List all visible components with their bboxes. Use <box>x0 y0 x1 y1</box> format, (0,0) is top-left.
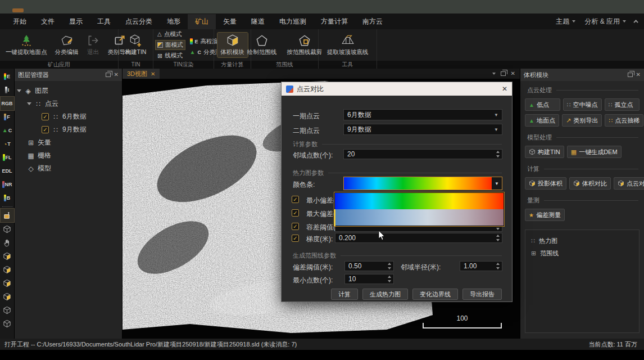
point-mode-button[interactable]: △点模式 <box>156 30 185 39</box>
spin-buttons[interactable] <box>386 276 392 282</box>
float-view-icon[interactable] <box>501 71 506 76</box>
max-deviation-checkbox[interactable]: ✓ <box>292 209 299 217</box>
colormap-option-muted[interactable] <box>335 209 504 226</box>
feature-render-tool[interactable]: F <box>1 110 14 124</box>
menu-item-pc-classify[interactable]: 点云分类 <box>118 14 160 29</box>
air-noise-button[interactable]: ∷空中噪点 <box>563 98 602 111</box>
extract-slope-button[interactable]: 提取坡顶坡底线 <box>324 33 372 57</box>
cube-select-tool[interactable] <box>1 222 14 236</box>
collapse-ribbon-icon[interactable] <box>633 20 638 24</box>
tree-node-vector[interactable]: ⊞ 矢量 <box>17 136 120 149</box>
isolated-point-button[interactable]: ∷孤立点 <box>605 98 640 111</box>
gradient-input[interactable]: 0.200 <box>335 233 502 243</box>
menu-item-terrain[interactable]: 地形 <box>160 14 188 29</box>
list-item-heatmap[interactable]: ∷热力图 <box>531 235 633 247</box>
rgb-render-tool[interactable]: RGB <box>1 97 14 110</box>
deviation-measure-button[interactable]: ★偏差测量 <box>525 209 565 221</box>
view-cube-back[interactable] <box>1 303 14 317</box>
time-render-tool[interactable]: ◔T <box>1 137 14 151</box>
gradient-checkbox[interactable]: ✓ <box>292 235 299 242</box>
checkbox-sept[interactable]: ✓ <box>42 126 49 133</box>
volume-compare-button[interactable]: 体积对比 <box>569 177 611 190</box>
gen-heatmap-button[interactable]: 生成热力图 <box>362 289 408 300</box>
intensity-render-tool[interactable]: I <box>1 83 14 97</box>
dialog-close-icon[interactable]: ✕ <box>502 85 507 93</box>
expander-icon[interactable] <box>27 102 31 105</box>
low-point-button[interactable]: ▲低点 <box>525 98 560 111</box>
extract-ground-button[interactable]: 一键提取地面点 <box>2 33 51 57</box>
face-mode-button[interactable]: 面模式 <box>156 40 185 50</box>
analysis-menu[interactable]: 分析 & 应用 <box>584 17 626 26</box>
theme-menu[interactable]: 主题 <box>556 17 575 26</box>
float-panel-icon[interactable] <box>106 73 111 77</box>
spin-buttons[interactable] <box>386 263 392 269</box>
b-tool[interactable]: B <box>1 191 14 205</box>
close-panel-icon[interactable]: ✕ <box>114 72 119 78</box>
menu-item-vector[interactable]: 矢量 <box>216 14 244 29</box>
proj-volume-button[interactable]: 投影体积 <box>525 177 566 190</box>
fl-render-tool[interactable]: FL <box>1 151 14 164</box>
tree-node-sept[interactable]: ✓ ∷ 9月数据 <box>17 123 120 136</box>
menu-item-mine[interactable]: 矿山 <box>188 14 216 29</box>
tolerance-checkbox[interactable]: ✓ <box>292 223 299 230</box>
class-export-button[interactable]: ↗类别导出 <box>562 114 602 127</box>
change-boundary-button[interactable]: 变化边界线 <box>412 289 458 300</box>
calc-button[interactable]: 计算 <box>331 289 358 300</box>
dialog-titlebar[interactable]: 点云对比 ✕ <box>282 82 512 96</box>
view-cube-top[interactable] <box>1 249 14 263</box>
build-tin-button[interactable]: 构建TIN <box>122 33 150 57</box>
build-tin-button[interactable]: 构建TIN <box>525 146 564 158</box>
expander-icon[interactable] <box>17 89 21 92</box>
colormap-option-rainbow[interactable] <box>335 193 504 209</box>
class-render-tool[interactable]: ▲C <box>1 124 14 137</box>
thin-button[interactable]: ∷点云抽稀 <box>605 114 643 127</box>
phase2-combo[interactable]: 9月数据 ▼ <box>343 124 502 135</box>
menu-item-display[interactable]: 显示 <box>62 14 90 29</box>
close-view-icon[interactable]: ✕ <box>511 71 515 76</box>
pc-compare-button[interactable]: 点云对比 <box>614 177 644 190</box>
tree-node-raster[interactable]: ▦ 栅格 <box>17 149 120 162</box>
menu-item-south-cloud[interactable]: 南方云 <box>355 14 390 29</box>
view-cube-front[interactable] <box>1 263 14 276</box>
min-points-input[interactable]: 10 <box>344 274 394 284</box>
gen-dem-button[interactable]: ▦一键生成DEM <box>567 146 622 158</box>
menu-item-file[interactable]: 文件 <box>34 14 62 29</box>
checkbox-june[interactable]: ✓ <box>42 113 49 120</box>
nr-tool[interactable]: NR <box>1 178 14 191</box>
tab-close-icon[interactable]: ✕ <box>151 71 155 77</box>
spin-buttons[interactable] <box>495 263 501 269</box>
phase1-combo[interactable]: 6月数据 ▼ <box>343 109 502 120</box>
spin-buttons[interactable] <box>495 151 501 158</box>
box-select-tool[interactable] <box>1 209 14 222</box>
dev-threshold-input[interactable]: 0.50 <box>344 261 394 271</box>
menu-item-tools[interactable]: 工具 <box>90 14 118 29</box>
export-report-button[interactable]: 导出报告 <box>462 289 502 300</box>
pan-tool[interactable] <box>1 236 14 249</box>
neighbor-input[interactable]: 20 <box>343 149 502 159</box>
colorbar-combo[interactable]: ▼ <box>343 177 502 190</box>
view-cube-left[interactable] <box>1 276 14 290</box>
tab-3d-view[interactable]: 3D视图 ✕ <box>123 69 160 79</box>
spin-buttons[interactable] <box>495 235 501 241</box>
elevation-render-tool[interactable]: E <box>1 70 14 83</box>
tree-node-june[interactable]: ✓ ∷ 6月数据 <box>17 110 120 123</box>
view-cube-right[interactable] <box>1 290 14 303</box>
view-cube-bottom[interactable] <box>1 317 14 330</box>
radius-input[interactable]: 1.00 <box>460 261 502 271</box>
tree-node-point-cloud[interactable]: ∷ 点云 <box>17 97 120 110</box>
classify-edit-button[interactable]: 分类编辑 <box>52 33 82 57</box>
close-panel-icon[interactable]: ✕ <box>636 72 641 78</box>
ground-point-button[interactable]: ▲地面点 <box>525 114 559 127</box>
list-item-rangeline[interactable]: ⊞范围线 <box>531 247 633 259</box>
edl-tool[interactable]: EDL <box>1 164 14 178</box>
tab-list-icon[interactable] <box>492 73 496 75</box>
volume-module-button[interactable]: 体积模块 <box>217 33 248 57</box>
tree-node-model[interactable]: ◇ 模型 <box>17 162 120 175</box>
float-panel-icon[interactable] <box>628 73 633 77</box>
menu-item-start[interactable]: 开始 <box>6 14 34 29</box>
min-deviation-checkbox[interactable]: ✓ <box>292 196 299 203</box>
menu-item-volume-calc[interactable]: 方量计算 <box>314 14 355 29</box>
menu-item-power[interactable]: 电力巡测 <box>272 14 314 29</box>
line-mode-button[interactable]: ⊠线模式 <box>156 51 185 60</box>
tree-node-layers[interactable]: ◈ 图层 <box>17 84 120 97</box>
